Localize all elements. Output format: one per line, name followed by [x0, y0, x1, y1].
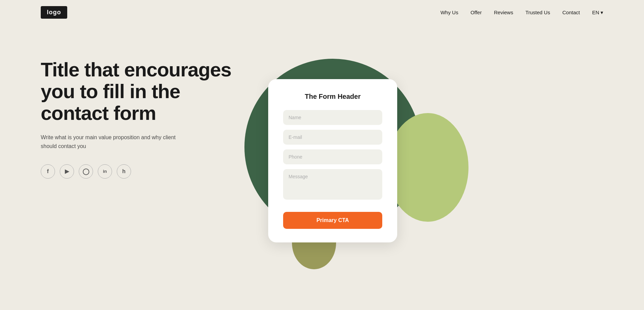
message-input[interactable]: [283, 169, 382, 200]
phone-input[interactable]: [283, 149, 382, 164]
nav-item-contact[interactable]: Contact: [562, 10, 580, 15]
nav-item-reviews[interactable]: Reviews: [494, 10, 513, 15]
message-field-group: [283, 169, 382, 201]
language-selector[interactable]: EN ▾: [592, 10, 603, 16]
hero-left: Title that encourages you to fill in the…: [41, 45, 251, 179]
hero-subtitle: Write what is your main value propositio…: [41, 133, 183, 150]
hero-right: The Form Header Primary CTA: [251, 45, 448, 303]
linkedin-icon[interactable]: in: [98, 164, 112, 179]
logo: logo: [41, 6, 67, 19]
name-field-group: [283, 110, 382, 125]
name-input[interactable]: [283, 110, 382, 125]
decorative-light-green-shape: [387, 113, 468, 222]
nav-item-why-us[interactable]: Why Us: [440, 10, 458, 15]
contact-form-card: The Form Header Primary CTA: [268, 79, 397, 242]
nav-item-trusted-us[interactable]: Trusted Us: [526, 10, 550, 15]
hero-section: Title that encourages you to fill in the…: [0, 25, 644, 303]
header: logo Why Us Offer Reviews Trusted Us Con…: [0, 0, 644, 25]
primary-cta-button[interactable]: Primary CTA: [283, 212, 382, 229]
main-nav: Why Us Offer Reviews Trusted Us Contact …: [440, 10, 603, 16]
email-input[interactable]: [283, 130, 382, 145]
form-header: The Form Header: [283, 93, 382, 101]
hero-title: Title that encourages you to fill in the…: [41, 59, 251, 124]
language-arrow: ▾: [601, 10, 603, 16]
email-field-group: [283, 130, 382, 145]
social-icons-group: f ▶ ◯ in h: [41, 164, 251, 179]
houzz-icon[interactable]: h: [117, 164, 131, 179]
youtube-icon[interactable]: ▶: [60, 164, 74, 179]
phone-field-group: [283, 149, 382, 164]
nav-item-offer[interactable]: Offer: [471, 10, 482, 15]
language-label: EN: [592, 10, 599, 15]
facebook-icon[interactable]: f: [41, 164, 55, 179]
instagram-icon[interactable]: ◯: [79, 164, 93, 179]
